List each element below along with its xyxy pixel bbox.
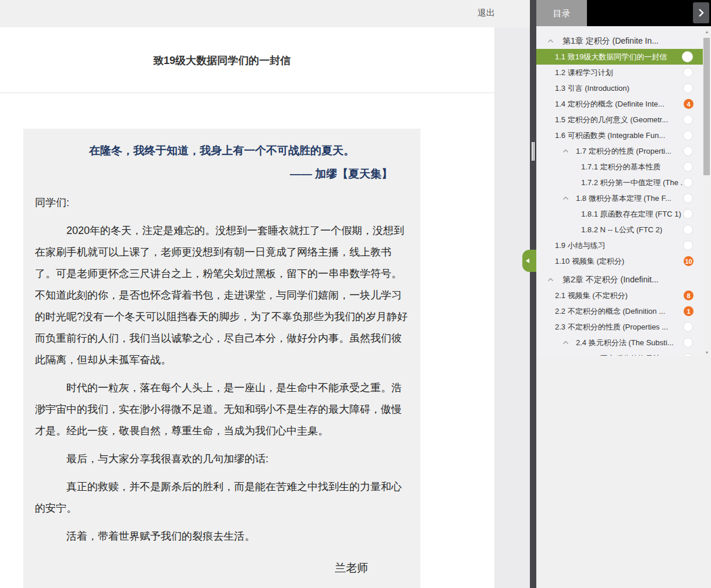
- collapse-chevron-icon[interactable]: [563, 341, 569, 345]
- toc-item-label: 1.3 引言 (Introduction): [555, 83, 683, 94]
- status-circle-icon: [683, 322, 693, 332]
- page-title: 致19级大数据同学们的一封信: [153, 55, 291, 66]
- document-pane: 致19级大数据同学们的一封信 在隆冬，我终于知道，我身上有一个不可战胜的夏天。 …: [0, 27, 494, 588]
- collapse-chevron-icon[interactable]: [563, 149, 569, 153]
- letter-quote: 在隆冬，我终于知道，我身上有一个不可战胜的夏天。: [35, 139, 409, 162]
- toc-item-row[interactable]: 1.7.1 定积分的基本性质: [536, 159, 703, 175]
- status-circle-icon: [683, 146, 693, 156]
- toc-item-row[interactable]: 1.9 小结与练习: [536, 238, 703, 253]
- scroll-up-icon[interactable]: ▲: [703, 30, 711, 34]
- app-screen: 退出 致19级大数据同学们的一封信 在隆冬，我终于知道，我身上有一个不可战胜的夏…: [0, 0, 711, 588]
- status-circle-icon: [683, 130, 693, 140]
- toc-item-label: 1.5 定积分的几何意义 (Geometr...: [555, 115, 683, 125]
- toc-item-row[interactable]: 2.3 不定积分的性质 (Properties ...: [536, 319, 703, 335]
- count-badge: 8: [684, 291, 694, 300]
- toc-item-label: 2.2 不定积分的概念 (Definition ...: [555, 306, 684, 317]
- toc-item-label: 2.1 视频集 (不定积分): [555, 291, 684, 301]
- toc-item-row[interactable]: 1.7 定积分的性质 (Properti...: [536, 143, 703, 159]
- toc-item-label: 2.4 换元积分法 (The Substi...: [576, 338, 683, 348]
- toc-item-row[interactable]: 1.6 可积函数类 (Integrable Fun...: [536, 127, 703, 143]
- letter-paragraphs: 2020年的冬天，注定是难忘的。没想到一套睡衣就扛了一个假期，没想到在家刷手机就…: [35, 220, 409, 547]
- sidebar-scrollbar[interactable]: ▲ ▼: [703, 27, 711, 357]
- toc-item-label: 1.7 定积分的性质 (Properti...: [576, 146, 683, 157]
- count-badge: 1: [684, 306, 694, 316]
- status-circle-icon: [683, 83, 693, 93]
- toc-item-row[interactable]: 1.3 引言 (Introduction): [536, 80, 703, 96]
- count-badge: 10: [684, 256, 694, 266]
- toc-item-label: 1.6 可积函数类 (Integrable Fun...: [555, 130, 683, 141]
- top-bar: 退出: [0, 0, 530, 27]
- pane-splitter[interactable]: [530, 0, 536, 588]
- toc-item-row[interactable]: 1.5 定积分的几何意义 (Geometr...: [536, 112, 703, 127]
- letter-body: 同学们: 2020年的冬天，注定是难忘的。没想到一套睡衣就扛了一个假期，没想到在…: [35, 192, 409, 588]
- toc-item-label: 1.9 小结与练习: [555, 240, 683, 251]
- letter-paragraph: 活着，带着世界赋予我们的裂痕去生活。: [35, 526, 409, 547]
- status-circle-filled-icon: [682, 51, 693, 62]
- toc-item-label: 第2章 不定积分 (Indefinit...: [563, 275, 703, 285]
- status-circle-icon: [683, 240, 693, 250]
- toc-item-label: 1.8.2 N -- L公式 (FTC 2): [581, 225, 683, 235]
- signature-name: 兰老师: [335, 557, 409, 580]
- toc-item-row[interactable]: 1.8.2 N -- L公式 (FTC 2): [536, 222, 703, 238]
- toc-item-row[interactable]: 2.4 换元积分法 (The Substi...: [536, 335, 703, 350]
- letter-card: 在隆冬，我终于知道，我身上有一个不可战胜的夏天。 —— 加缪【夏天集】 同学们:…: [23, 129, 420, 588]
- splitter-grip-icon[interactable]: [532, 142, 533, 161]
- toc-item-row[interactable]: 2.4.1 不定积分的换元法: [536, 350, 703, 356]
- triangle-left-icon: [526, 258, 529, 263]
- toc-item-row[interactable]: 2.1 视频集 (不定积分)8: [536, 288, 703, 303]
- toc-item-label: 1.2 课程学习计划: [555, 68, 683, 78]
- toc-item-label: 1.7.2 积分第一中值定理 (The ...: [581, 178, 683, 188]
- toc-item-row[interactable]: 1.10 视频集 (定积分)10: [536, 253, 703, 269]
- toc-item-row[interactable]: 1.7.2 积分第一中值定理 (The ...: [536, 175, 703, 190]
- sidebar-header: 目录: [536, 0, 711, 26]
- toc-chapter-row[interactable]: 第1章 定积分 (Definite In...: [536, 33, 703, 49]
- toc-item-row[interactable]: 1.8.1 原函数存在定理 (FTC 1): [536, 206, 703, 222]
- signature-date: 2020.02.10: [335, 580, 409, 588]
- toc-item-label: 第1章 定积分 (Definite In...: [563, 36, 703, 47]
- toc-item-label: 1.8 微积分基本定理 (The F...: [576, 193, 683, 204]
- scroll-down-icon[interactable]: ▼: [703, 350, 711, 355]
- tab-toc[interactable]: 目录: [536, 0, 587, 26]
- toc-list: 第1章 定积分 (Definite In...1.1 致19级大数据同学们的一封…: [536, 26, 703, 356]
- letter-paragraph: 时代的一粒灰，落在每个人头上，是一座山，是生命中不能承受之重。浩渺宇宙中的我们，…: [35, 377, 409, 442]
- status-circle-icon: [683, 209, 693, 219]
- letter-quote-attribution: —— 加缪【夏天集】: [35, 162, 409, 186]
- toc-item-row[interactable]: 1.4 定积分的概念 (Definite Inte...4: [536, 96, 703, 112]
- status-circle-icon: [683, 225, 693, 235]
- status-circle-icon: [683, 115, 693, 125]
- status-circle-icon: [683, 193, 693, 203]
- toc-item-label: 2.4.1 不定积分的换元法: [581, 353, 683, 356]
- toc-item-row[interactable]: 1.8 微积分基本定理 (The F...: [536, 190, 703, 206]
- toc-item-row[interactable]: 1.2 课程学习计划: [536, 65, 703, 80]
- sidebar-expand-button[interactable]: [693, 2, 709, 23]
- toc-item-label: 1.4 定积分的概念 (Definite Inte...: [555, 99, 684, 109]
- count-badge: 4: [684, 99, 694, 109]
- toc-chapter-row[interactable]: 第2章 不定积分 (Indefinit...: [536, 272, 703, 288]
- exit-button[interactable]: 退出: [477, 8, 495, 19]
- pane-gutter: [494, 27, 530, 588]
- toc-sidebar: 目录 第1章 定积分 (Definite In...1.1 致19级大数据同学们…: [536, 0, 711, 588]
- toc-item-row[interactable]: 1.1 致19级大数据同学们的一封信: [536, 49, 703, 65]
- toc-item-label: 1.8.1 原函数存在定理 (FTC 1): [581, 209, 683, 219]
- collapse-chevron-icon[interactable]: [563, 196, 569, 200]
- status-circle-icon: [683, 68, 693, 77]
- letter-salutation: 同学们:: [35, 192, 409, 214]
- status-circle-icon: [683, 353, 693, 356]
- toc-item-row[interactable]: 2.2 不定积分的概念 (Definition ...1: [536, 303, 703, 319]
- toc-item-label: 2.3 不定积分的性质 (Properties ...: [555, 322, 683, 332]
- sidebar-collapse-tab[interactable]: [522, 250, 536, 272]
- chevron-right-icon: [698, 8, 705, 18]
- letter-paragraph: 最后，与大家分享我很喜欢的几句加缪的话:: [35, 448, 409, 470]
- toc-item-label: 1.7.1 定积分的基本性质: [581, 162, 683, 172]
- toc-item-label: 1.1 致19级大数据同学们的一封信: [555, 52, 682, 62]
- letter-paragraph: 真正的救赎，并不是厮杀后的胜利，而是能在苦难之中找到生的力量和心的安宁。: [35, 476, 409, 519]
- toc-item-label: 1.10 视频集 (定积分): [555, 256, 684, 267]
- status-circle-icon: [683, 178, 693, 187]
- letter-signature: 兰老师 2020.02.10: [335, 557, 409, 588]
- collapse-chevron-icon[interactable]: [547, 278, 554, 282]
- scrollbar-thumb[interactable]: [703, 38, 710, 175]
- letter-paragraph: 2020年的冬天，注定是难忘的。没想到一套睡衣就扛了一个假期，没想到在家刷手机就…: [35, 220, 409, 371]
- collapse-chevron-icon[interactable]: [547, 39, 554, 43]
- document-header: 致19级大数据同学们的一封信: [0, 27, 494, 93]
- status-circle-icon: [683, 338, 693, 348]
